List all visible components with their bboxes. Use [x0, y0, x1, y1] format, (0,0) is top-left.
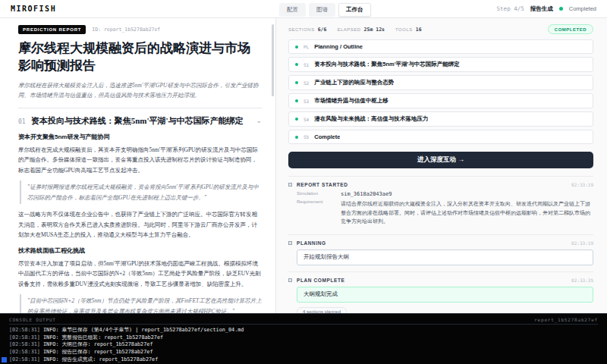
- outline-label: 资本投向与技术路线：聚焦5nm'平湖'与中芯国际产能绑定: [314, 61, 460, 68]
- outline-label: Complete: [314, 133, 340, 140]
- log-line: [02:58:31] INFO: 报告已保存: report_1b5278ab2…: [9, 349, 598, 356]
- outline-code: PL: [304, 44, 309, 49]
- tab-workbench[interactable]: 工作台: [338, 3, 371, 17]
- green-dot-icon: [295, 136, 298, 139]
- report-panel: PREDICTION REPORT ID: report_1b5278ab27e…: [0, 18, 276, 313]
- outline-code: S5: [304, 134, 309, 140]
- event-time: 02:33:35: [571, 278, 593, 283]
- green-dot-icon: [295, 99, 298, 102]
- outline-code: S4: [304, 117, 309, 122]
- plan-complete-box: 大纲规划完成: [297, 287, 593, 303]
- status-text: Completed: [569, 5, 596, 12]
- field-label: Simulation: [297, 191, 335, 197]
- green-dot-icon: [295, 81, 298, 84]
- stat-tools: TOOLS 16: [395, 27, 422, 33]
- log-text: INFO: 大纲已保存: report_1b5278ab27ef: [43, 341, 153, 347]
- outline-label: Planning / Outline: [314, 43, 363, 50]
- section-heading: 01 资本投向与技术路线：聚焦5nm'平湖'与中芯国际产能绑定 ⌄: [18, 115, 262, 127]
- outline-code: S3: [304, 99, 309, 104]
- green-dot-icon: [295, 118, 298, 121]
- event-type: REPORT STARTED: [297, 182, 348, 187]
- outline-item-complete[interactable]: S5 Complete: [288, 130, 593, 144]
- field-label: Requirement: [297, 199, 335, 226]
- subheading-1: 资本开支聚焦5nm研发与产能协同: [18, 133, 262, 141]
- top-bar: MIROFISH 配置 图谱 工作台 Step 4/5 报告生成 Complet…: [0, 0, 607, 18]
- blockquote-2: "目前中芯国际N+2（等效5nm）节点仍处于风险量产阶段，其FinFET工艺在高…: [20, 294, 262, 312]
- event-time: 02:33:19: [571, 240, 593, 246]
- requirement-text: 请结合摩尔线程近期获得的大规模资金注入，深入分析其在资本开支取向、研发迭代周期以…: [341, 199, 593, 226]
- event-time: 02:33:19: [571, 182, 593, 187]
- console-report-id: report_1b5278ab27ef: [534, 317, 598, 322]
- divider: [18, 108, 262, 108]
- report-type-badge: PREDICTION REPORT: [18, 25, 86, 34]
- event-square-icon: [288, 183, 292, 187]
- green-dot-icon: [295, 46, 298, 49]
- stats-row: SECTIONS 6/6 ELAPSED 25m 12s TOOLS 16 CO…: [288, 24, 593, 34]
- main-area: PREDICTION REPORT ID: report_1b5278ab27e…: [0, 18, 607, 313]
- outline-label: 产业链上下游的响应与整合态势: [314, 79, 394, 86]
- log-time: [02:58:31]: [9, 349, 40, 355]
- stat-sections: SECTIONS 6/6: [288, 27, 326, 33]
- stat-value: 25m 12s: [364, 27, 385, 33]
- app-window: MIROFISH 配置 图谱 工作台 Step 4/5 报告生成 Complet…: [0, 0, 607, 364]
- report-scrollbar[interactable]: [272, 24, 274, 96]
- status-dot-icon: [559, 7, 563, 11]
- log-time: [02:58:31]: [9, 334, 40, 340]
- workbench-panel: SECTIONS 6/6 ELAPSED 25m 12s TOOLS 16 CO…: [276, 18, 607, 313]
- subheading-2: 技术路线面临工程化挑战: [18, 246, 262, 255]
- outline-label: 市场情绪升温与估值中枢上移: [314, 97, 388, 105]
- outline-item-s2[interactable]: S2 产业链上下游的响应与整合态势: [288, 75, 593, 90]
- blockquote-1: "证券时报网报道摩尔线程完成大规模融资，资金将投向5nm'平湖'系列GPU的研发…: [20, 180, 262, 204]
- report-meta: PREDICTION REPORT ID: report_1b5278ab27e…: [18, 25, 262, 34]
- log-line: [02:58:31] INFO: 完整报告已组装: report_1b5278a…: [9, 334, 598, 342]
- completed-badge: COMPLETED: [548, 24, 593, 34]
- planning-message-box: 开始规划报告大纲: [297, 249, 593, 265]
- stat-value: 6/6: [318, 27, 327, 33]
- stat-label: ELAPSED: [337, 27, 360, 32]
- report-subtitle: 摩尔线程在获得大规模资金注入后，迅速推进5nm'平湖'GPU研发与中芯国际合作，…: [18, 80, 262, 101]
- step-indicator: Step 4/5 报告生成 Completed: [497, 5, 596, 13]
- timeline-report-started: REPORT STARTED 02:33:19 Simulation sim_3…: [288, 176, 593, 234]
- report-id: ID: report_1b5278ab27ef: [92, 27, 160, 33]
- tab-config[interactable]: 配置: [279, 3, 306, 17]
- event-type: PLAN COMPLETE: [297, 278, 344, 283]
- log-text: INFO: 报告已保存: report_1b5278ab27ef: [43, 349, 153, 355]
- log-line: [02:58:31] INFO: 章节已保存 (第4/4个子章节) | repo…: [9, 327, 598, 334]
- log-text: INFO: 完整报告已组装: report_1b5278ab27ef: [43, 334, 163, 340]
- timeline-planning: PLANNING 02:33:19 开始规划报告大纲: [288, 234, 593, 271]
- stat-value: 16: [416, 27, 422, 33]
- log-line: [02:58:31] INFO: 大纲已保存: report_1b5278ab2…: [9, 341, 598, 349]
- log-time: [02:58:31]: [9, 356, 40, 362]
- green-dot-icon: [295, 63, 298, 66]
- outline-label: 潜在风险与未来挑战：高估值与技术落地压力: [314, 115, 428, 123]
- outline-code: S1: [304, 62, 309, 67]
- outline-item-s4[interactable]: S4 潜在风险与未来挑战：高估值与技术落地压力: [288, 111, 593, 127]
- event-type: PLANNING: [297, 240, 326, 246]
- app-logo: MIROFISH: [11, 5, 56, 13]
- stat-label: TOOLS: [395, 27, 413, 32]
- cursor-block: [2, 357, 7, 362]
- section-number: 01: [18, 118, 26, 125]
- outline-code: S2: [304, 80, 309, 86]
- outline-list: PL Planning / Outline S1 资本投向与技术路线：聚焦5nm…: [288, 39, 593, 144]
- view-tabs: 配置 图谱 工作台: [279, 3, 371, 17]
- outline-item-s1[interactable]: S1 资本投向与技术路线：聚焦5nm'平湖'与中芯国际产能绑定: [288, 57, 593, 72]
- log-line: [02:58:31] INFO: 报告生成完成: report_1b5278ab…: [9, 356, 598, 364]
- log-time: [02:58:31]: [9, 341, 40, 347]
- log-text: INFO: 章节已保存 (第4/4个子章节) | report_1b5278ab…: [43, 327, 244, 333]
- step-name: 报告生成: [530, 5, 553, 13]
- chevron-down-icon[interactable]: ⌄: [256, 117, 262, 124]
- section-title: 资本投向与技术路线：聚焦5nm'平湖'与中芯国际产能绑定: [31, 115, 251, 127]
- paragraph-3: 尽管资本注入加速了项目启动，但5nm'平湖'GPU的技术落地仍面临严峻工程挑战。…: [18, 259, 262, 290]
- paragraph-2: 这一战略方向不仅体现在企业公告中，也获得了产业链上下游的广泛响应。中芯国际官方转…: [18, 209, 262, 240]
- log-text: INFO: 报告生成完成: report_1b5278ab27ef: [43, 356, 158, 362]
- log-time: [02:58:31]: [9, 327, 40, 333]
- deep-interaction-button[interactable]: 进入深度互动 →: [288, 152, 593, 168]
- outline-item-s3[interactable]: S3 市场情绪升温与估值中枢上移: [288, 93, 593, 108]
- report-title: 摩尔线程大规模融资后的战略演进与市场影响预测报告: [18, 40, 262, 75]
- outline-item-planning[interactable]: PL Planning / Outline: [288, 39, 593, 54]
- tab-graph[interactable]: 图谱: [309, 3, 335, 17]
- event-square-icon: [288, 278, 292, 282]
- sections-planned-pill: 4 sections planned: [297, 307, 347, 313]
- report-document: 摩尔线程大规模融资后的战略演进与市场影响预测报告 摩尔线程在获得大规模资金注入后…: [18, 40, 262, 313]
